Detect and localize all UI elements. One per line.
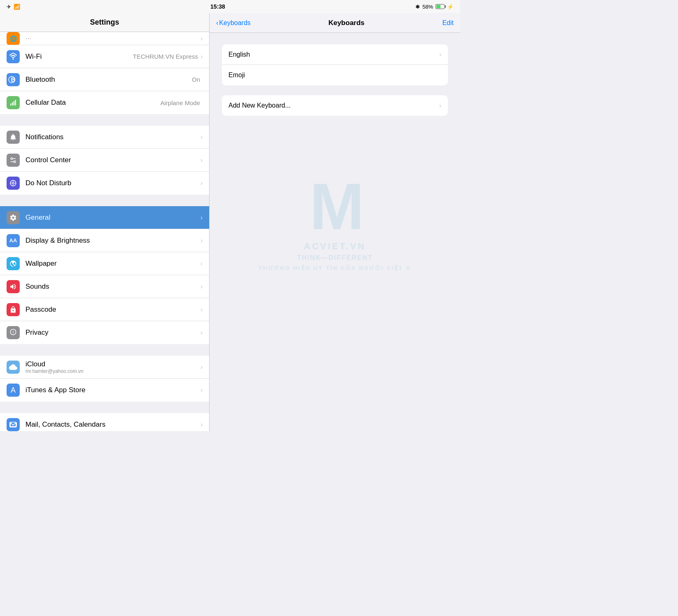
charging-icon: ⚡ [447, 4, 454, 10]
status-time: 15:38 [210, 3, 225, 10]
sidebar-item-partial[interactable]: 🌐 ··· › [0, 32, 209, 45]
passcode-icon [7, 303, 20, 316]
keyboard-english[interactable]: English › [222, 44, 448, 65]
sounds-icon [7, 280, 20, 293]
emoji-label: Emoji [228, 71, 245, 79]
wallpaper-icon [7, 257, 20, 270]
edit-button[interactable]: Edit [442, 19, 454, 27]
settings-group-2: Notifications › Control Center › [0, 126, 209, 195]
sidebar-item-icloud[interactable]: iCloud mr.hamter@yahoo.com.vn › [0, 356, 209, 379]
english-label: English [228, 51, 250, 58]
separator-1 [0, 114, 209, 126]
status-bar: ✈ 📶 15:38 ✱ 58% ⚡ [0, 0, 460, 13]
back-chevron-icon: ‹ [216, 19, 218, 27]
sidebar-item-passcode[interactable]: Passcode › [0, 298, 209, 321]
back-button[interactable]: ‹ Keyboards [216, 19, 251, 27]
wifi-value: TECHRUM.VN Express [133, 53, 198, 60]
svg-point-6 [14, 161, 16, 163]
notifications-chevron: › [201, 133, 203, 141]
sidebar-item-display[interactable]: AA Display & Brightness › [0, 229, 209, 252]
icloud-chevron: › [201, 363, 203, 371]
airplane-icon: ✈ [7, 4, 11, 10]
dnd-icon [7, 177, 20, 190]
sidebar-item-wallpaper[interactable]: Wallpaper › [0, 252, 209, 275]
passcode-label: Passcode [25, 306, 201, 314]
settings-title: Settings [90, 18, 119, 26]
status-left: ✈ 📶 [7, 4, 20, 10]
sidebar-item-sounds[interactable]: Sounds › [0, 275, 209, 298]
sounds-chevron: › [201, 283, 203, 290]
sidebar-item-bluetooth[interactable]: ⃝ B Bluetooth On [0, 68, 209, 91]
settings-group-5: Mail, Contacts, Calendars › Notes › [0, 413, 209, 431]
wallpaper-label: Wallpaper [25, 260, 201, 268]
keyboards-title: Keyboards [328, 19, 364, 27]
battery-icon [436, 4, 445, 9]
watermark-brand: ACVIET.VN [304, 241, 366, 252]
settings-panel: Settings 🌐 ··· › Wi-Fi [0, 13, 210, 431]
display-chevron: › [201, 237, 203, 244]
sidebar-item-notifications[interactable]: Notifications › [0, 126, 209, 149]
dnd-label: Do Not Disturb [25, 179, 201, 187]
sidebar-item-control-center[interactable]: Control Center › [0, 149, 209, 172]
mail-chevron: › [201, 421, 203, 428]
svg-rect-3 [14, 101, 14, 106]
svg-point-0 [12, 58, 14, 60]
cellular-value: Airplane Mode [160, 99, 200, 106]
sidebar-item-dnd[interactable]: Do Not Disturb › [0, 172, 209, 195]
dnd-chevron: › [201, 179, 203, 187]
mail-label: Mail, Contacts, Calendars [25, 421, 201, 429]
settings-group-4: iCloud mr.hamter@yahoo.com.vn › A iTunes… [0, 356, 209, 402]
privacy-label: Privacy [25, 329, 201, 337]
svg-rect-4 [15, 100, 16, 106]
add-new-keyboard-button[interactable]: Add New Keyboard... › [222, 95, 448, 116]
keyboard-emoji[interactable]: Emoji [222, 65, 448, 85]
privacy-icon [7, 326, 20, 339]
sidebar-item-cellular[interactable]: Cellular Data Airplane Mode [0, 91, 209, 114]
control-center-icon [7, 154, 20, 167]
separator-4 [0, 402, 209, 413]
notifications-icon [7, 131, 20, 144]
cellular-label: Cellular Data [25, 99, 160, 107]
watermark-logo: M [309, 174, 360, 239]
control-center-label: Control Center [25, 156, 201, 164]
svg-rect-2 [12, 102, 13, 106]
display-label: Display & Brightness [25, 237, 201, 245]
sidebar-item-wifi[interactable]: Wi-Fi TECHRUM.VN Express › [0, 45, 209, 68]
sidebar-item-itunes[interactable]: A iTunes & App Store › [0, 379, 209, 402]
notifications-label: Notifications [25, 133, 201, 141]
itunes-chevron: › [201, 386, 203, 394]
bluetooth-value: On [192, 76, 200, 83]
passcode-chevron: › [201, 306, 203, 313]
settings-header: Settings [0, 13, 209, 32]
sidebar-item-mail[interactable]: Mail, Contacts, Calendars › [0, 413, 209, 431]
keyboards-panel: M ACVIET.VN THINK—DIFFERENT THƯƠNG HIỆU … [210, 13, 460, 431]
general-label: General [25, 214, 201, 222]
cellular-icon [7, 96, 20, 109]
battery-percent: 58% [422, 4, 433, 10]
separator-3 [0, 344, 209, 356]
settings-group-3: General › AA Display & Brightness › Wall… [0, 206, 209, 344]
partial-label: ··· [25, 34, 201, 43]
bluetooth-status-icon: ✱ [415, 4, 420, 10]
general-icon [7, 211, 20, 224]
main-container: Settings 🌐 ··· › Wi-Fi [0, 13, 460, 431]
status-right: ✱ 58% ⚡ [415, 4, 454, 10]
watermark-tagline: THINK—DIFFERENT [297, 254, 373, 262]
itunes-label: iTunes & App Store [25, 386, 201, 394]
sidebar-item-general[interactable]: General › [0, 206, 209, 229]
control-center-chevron: › [201, 156, 203, 164]
separator-2 [0, 195, 209, 206]
mail-icon [7, 418, 20, 431]
sidebar-item-privacy[interactable]: Privacy › [0, 321, 209, 344]
display-icon: AA [7, 234, 20, 247]
keyboards-content: English › Emoji Add New Keyboard... › [210, 33, 460, 137]
wallpaper-chevron: › [201, 260, 203, 267]
svg-point-5 [11, 158, 13, 160]
keyboards-list: English › Emoji [222, 44, 448, 85]
wifi-icon: 📶 [14, 4, 20, 10]
nav-bar: ‹ Keyboards Keyboards Edit [210, 13, 460, 33]
bluetooth-label: Bluetooth [25, 76, 192, 84]
wifi-label: Wi-Fi [25, 53, 133, 61]
icloud-icon [7, 361, 20, 374]
english-chevron: › [439, 51, 441, 58]
